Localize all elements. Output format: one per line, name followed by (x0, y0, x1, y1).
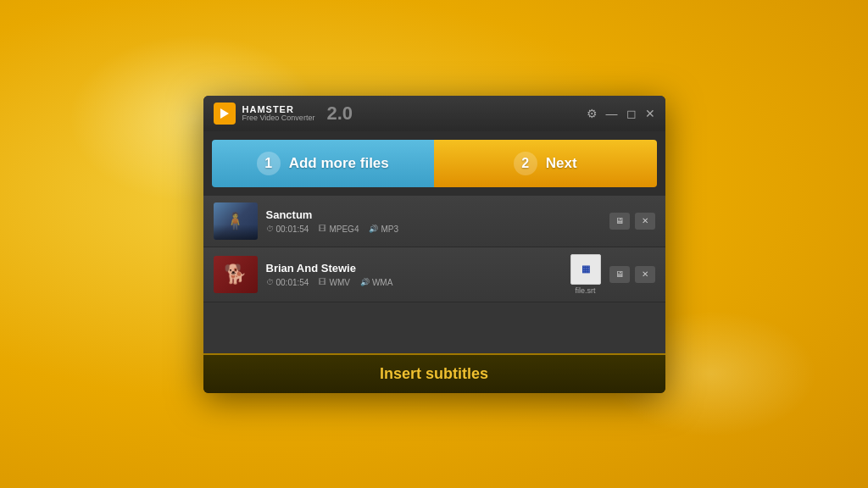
thumb-figure: 🧍 (225, 211, 246, 231)
file-title: Brian And Stewie (266, 262, 559, 274)
app-name-group: HAMSTER Free Video Converter (242, 104, 315, 123)
app-name-title: HAMSTER (242, 104, 315, 114)
film-icon: 🎞 (319, 225, 326, 233)
svg-marker-0 (220, 108, 229, 119)
thumb-figure: 🐕 (224, 263, 247, 286)
convert-format-button[interactable]: 🖥 (609, 266, 630, 283)
status-bar: Insert subtitles (203, 353, 665, 393)
file-meta: ⏱ 00:01:54 🎞 WMV 🔊 WMA (266, 278, 559, 287)
window-controls: ⚙ — ◻ ✕ (587, 108, 655, 119)
table-row: 🐕 Brian And Stewie ⏱ 00:01:54 🎞 WMV 🔊 (203, 247, 665, 302)
remove-file-button[interactable]: ✕ (635, 213, 655, 230)
minimize-icon[interactable]: — (606, 108, 618, 119)
srt-badge: ▦ file.srt (570, 254, 601, 295)
audio-meta: 🔊 WMA (360, 278, 392, 287)
file-meta: ⏱ 00:01:54 🎞 MPEG4 🔊 MP3 (266, 225, 601, 234)
duration-value: 00:01:54 (276, 225, 309, 234)
format-value: MPEG4 (329, 225, 359, 234)
close-icon[interactable]: ✕ (645, 108, 655, 119)
app-name-subtitle: Free Video Converter (242, 114, 315, 123)
settings-icon[interactable]: ⚙ (587, 108, 598, 119)
file-thumbnail-brian: 🐕 (214, 256, 258, 293)
format-value: WMV (329, 278, 349, 287)
clock-icon: ⏱ (266, 278, 274, 286)
audio-value: WMA (372, 278, 392, 287)
clock-icon: ⏱ (266, 225, 274, 233)
duration-meta: ⏱ 00:01:54 (266, 225, 309, 234)
file-info-sanctum: Sanctum ⏱ 00:01:54 🎞 MPEG4 🔊 MP3 (266, 208, 601, 234)
action-buttons-row: 1 Add more files 2 Next (203, 131, 665, 196)
version-label: 2.0 (326, 103, 353, 125)
audio-meta: 🔊 MP3 (369, 225, 398, 234)
file-title: Sanctum (266, 208, 601, 221)
app-window: HAMSTER Free Video Converter 2.0 ⚙ — ◻ ✕… (203, 96, 665, 393)
empty-drop-area (203, 302, 665, 353)
status-text: Insert subtitles (380, 365, 488, 382)
format-meta: 🎞 MPEG4 (319, 225, 359, 234)
table-row: 🧍 Sanctum ⏱ 00:01:54 🎞 MPEG4 🔊 (203, 196, 665, 247)
duration-meta: ⏱ 00:01:54 (266, 278, 309, 287)
remove-file-button[interactable]: ✕ (635, 266, 655, 283)
audio-icon: 🔊 (369, 225, 378, 233)
add-files-step: 1 (257, 152, 281, 175)
duration-value: 00:01:54 (276, 278, 309, 287)
next-label: Next (546, 155, 577, 172)
next-button[interactable]: 2 Next (434, 140, 657, 187)
title-bar: HAMSTER Free Video Converter 2.0 ⚙ — ◻ ✕ (203, 96, 665, 131)
app-logo (214, 103, 236, 125)
srt-filename: file.srt (575, 286, 595, 295)
convert-format-button[interactable]: 🖥 (609, 213, 630, 230)
film-icon: 🎞 (319, 278, 326, 286)
srt-file-icon: ▦ (570, 254, 601, 285)
audio-icon: 🔊 (360, 278, 370, 286)
file-actions-brian: 🖥 ✕ (609, 266, 655, 283)
format-meta: 🎞 WMV (319, 278, 349, 287)
add-files-label: Add more files (289, 155, 389, 172)
file-info-brian: Brian And Stewie ⏱ 00:01:54 🎞 WMV 🔊 WMA (266, 262, 559, 287)
next-step: 2 (514, 152, 537, 175)
add-files-button[interactable]: 1 Add more files (212, 140, 435, 187)
file-thumbnail-sanctum: 🧍 (214, 202, 258, 240)
maximize-icon[interactable]: ◻ (626, 108, 637, 119)
title-left: HAMSTER Free Video Converter 2.0 (214, 103, 353, 125)
audio-value: MP3 (381, 225, 398, 234)
file-actions-sanctum: 🖥 ✕ (609, 213, 655, 230)
file-list: 🧍 Sanctum ⏱ 00:01:54 🎞 MPEG4 🔊 (203, 196, 665, 302)
